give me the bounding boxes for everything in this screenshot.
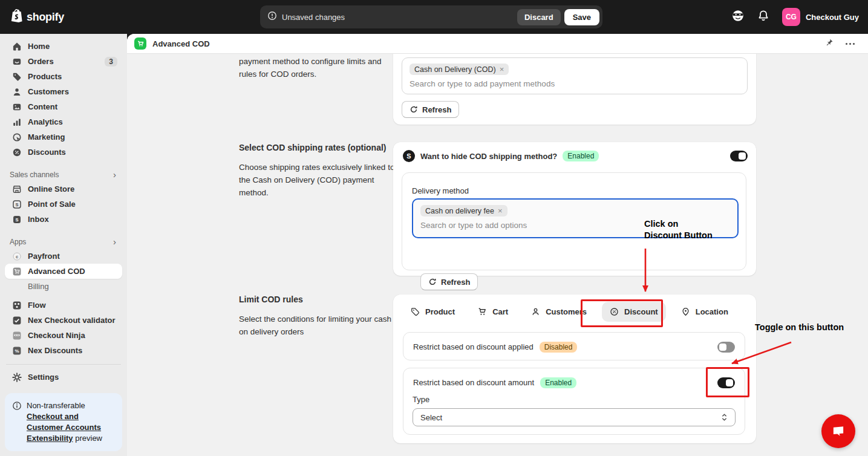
tag-icon [411,307,420,316]
payment-methods-input[interactable]: Cash on Delivery (COD) × Search or type … [402,57,748,94]
refresh-icon [428,278,437,286]
unsaved-changes-bar: Unsaved changes Discard Save [260,5,602,28]
page-title: Advanced COD [152,39,210,48]
sidebar-item-checkout-ninja[interactable]: Checkout Ninja [5,328,122,343]
toggle-annotation: Toggle on this button [755,322,844,333]
person-icon [12,87,22,97]
save-button[interactable]: Save [564,9,599,25]
payment-method-description: payment method to configure limits and r… [239,55,395,80]
topbar: shopify Unsaved changes Discard Save CG … [0,0,868,34]
sidebar-item-marketing[interactable]: Marketing [5,129,122,145]
type-label: Type [413,395,429,404]
pos-icon: S [12,200,22,209]
apps-header[interactable]: Apps › [5,235,122,249]
chat-bubble-icon [830,423,846,439]
status-badge: Enabled [540,377,576,388]
discount-applied-toggle[interactable] [717,342,735,353]
store-ninja-icon[interactable] [731,9,745,25]
notifications-bell-icon[interactable] [757,10,769,24]
person-icon [531,307,540,316]
storefront-icon [12,184,22,194]
refresh-icon [410,105,418,114]
limit-cod-description: Select the conditions for limiting your … [239,313,400,338]
shopify-logo[interactable]: shopify [10,8,64,25]
sidebar-item-products[interactable]: Products [5,69,122,84]
hide-cod-question: Want to hide COD shipping method? [420,152,557,161]
chevron-right-icon: › [113,172,116,178]
sidebar-item-discounts[interactable]: Discounts [5,145,122,160]
shopify-admin: shopify Unsaved changes Discard Save CG … [0,0,868,456]
sidebar-item-payfront[interactable]: c Payfront [5,249,122,264]
sales-channels-header[interactable]: Sales channels › [5,168,122,181]
sidebar-item-settings[interactable]: Settings [5,370,122,385]
flow-app-icon [12,301,22,310]
location-pin-icon [681,307,690,316]
app-header: Advanced COD [127,34,868,54]
info-icon [12,401,22,411]
sidebar-item-orders[interactable]: Orders 3 [5,54,122,69]
bar-chart-icon [12,117,22,127]
chat-widget-button[interactable] [821,414,855,448]
unsaved-changes-label: Unsaved changes [282,13,345,22]
alert-icon [267,11,277,23]
delivery-method-label: Delivery method [412,186,469,195]
click-discount-annotation: Click on Discount Button [644,218,713,241]
svg-text:S: S [15,217,18,223]
shipping-rates-description: Choose shipping rates exclusively linked… [239,161,395,199]
home-icon [12,42,22,51]
payment-methods-card: Cash on Delivery (COD) × Search or type … [393,54,756,125]
orders-count-badge: 3 [105,57,117,67]
sidebar-item-analytics[interactable]: Analytics [5,114,122,129]
media-icon [12,102,22,112]
sidebar-item-content[interactable]: Content [5,99,122,114]
orders-icon [12,57,22,67]
gear-icon [12,373,22,382]
app-content: payment method to configure limits and r… [127,54,868,456]
tag-icon [12,72,22,82]
tab-product[interactable]: Product [403,302,463,322]
user-menu[interactable]: CG Checkout Guy [782,8,859,26]
sidebar-item-advanced-cod[interactable]: Advanced COD [5,264,122,279]
status-badge: Disabled [540,342,578,353]
sidebar-item-online-store[interactable]: Online Store [5,181,122,197]
remove-chip-icon[interactable]: × [500,65,504,74]
tab-cart[interactable]: Cart [470,302,516,322]
shipping-icon: S [403,150,415,162]
payment-methods-placeholder: Search or type to add payment methods [410,79,740,88]
type-select[interactable]: Select [413,408,736,426]
discard-button[interactable]: Discard [517,9,561,25]
nex-checkout-validator-app-icon [12,316,22,325]
shopify-wordmark: shopify [27,11,64,24]
remove-chip-icon[interactable]: × [498,206,503,215]
select-caret-icon [721,413,728,422]
shopify-bag-icon [10,8,23,25]
svg-text:%: % [15,348,19,354]
sidebar-item-customers[interactable]: Customers [5,84,122,99]
sidebar-item-billing[interactable]: Billing [5,279,122,294]
limit-tabs: Product Cart Customers Discount [403,302,736,322]
more-options-icon[interactable] [843,41,857,47]
sidebar-divider [6,364,121,365]
pin-icon[interactable] [824,38,834,50]
sidebar-item-flow[interactable]: Flow [5,298,122,313]
refresh-button[interactable]: Refresh [420,273,478,290]
sidebar-item-inbox[interactable]: S Inbox [5,212,122,227]
marketing-icon [12,132,22,142]
refresh-button[interactable]: Refresh [402,101,459,118]
tab-location[interactable]: Location [673,302,736,322]
sidebar-item-nex-checkout-validator[interactable]: Nex Checkout validator [5,313,122,328]
limit-cod-heading: Limit COD rules [239,295,303,304]
discount-seal-icon [12,148,22,157]
sidebar-item-home[interactable]: Home [5,39,122,54]
avatar: CG [782,8,800,26]
sidebar-item-nex-discounts[interactable]: % Nex Discounts [5,343,122,358]
advanced-cod-app-icon [134,37,146,50]
hide-cod-toggle[interactable] [730,151,748,161]
sidebar: Home Orders 3 Products Customers Content… [0,34,127,456]
notice-text: Non-transferable Checkout and Customer A… [27,400,115,444]
restrict-discount-applied-row: Restrict based on discount applied Disab… [403,332,745,360]
extensibility-notice: Non-transferable Checkout and Customer A… [5,393,122,451]
sidebar-item-point-of-sale[interactable]: S Point of Sale [5,197,122,212]
shipping-rates-heading: Select COD shipping rates (optional) [239,143,386,152]
shipping-rates-card: S Want to hide COD shipping method? Enab… [393,142,756,276]
